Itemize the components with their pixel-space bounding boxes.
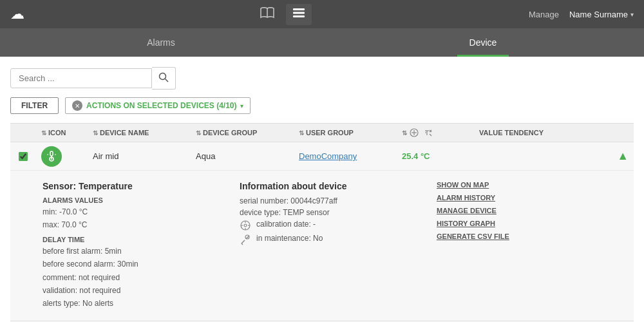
row-checkbox-cell [10,152,36,161]
comment-line: comment: not required [43,271,227,284]
alarms-values-label: ALARMS VALUES [43,196,227,204]
delay-time-label: DELAY TIME [43,236,227,243]
actions-label: ACTIONS ON SELECTED DEVICES (4/10) [86,101,236,110]
search-row [10,67,634,90]
list-icon-button[interactable] [286,4,312,25]
sort-icon-user: ⇅ [299,129,304,137]
svg-line-5 [166,79,169,82]
sensor-title: Sensor: Temperature [43,181,227,191]
tab-bar: Alarms Device [0,28,644,57]
book-icon-button[interactable] [254,3,281,26]
detail-expanded: Sensor: Temperature ALARMS VALUES min: -… [10,171,634,321]
calibration-icon [240,220,251,231]
alarm-max: max: 70.0 °C [43,218,227,231]
manage-link[interactable]: Manage [529,10,559,19]
maintenance-row: in maintenance: No [240,234,424,245]
clear-filter-icon[interactable]: ✕ [72,100,82,111]
device-icon [41,146,62,167]
col-checkbox [10,128,36,138]
nav-right: Manage Name Surname ▾ [529,10,634,19]
row-device-group: Aqua [191,151,294,161]
svg-rect-2 [293,12,305,14]
svg-point-4 [160,73,166,80]
show-on-map-button[interactable]: SHOW ON MAP [437,181,621,189]
before-second-alarm: before second alarm: 30min [43,258,227,270]
top-navigation: ☁ Manage Name Surname ▾ [0,0,644,28]
manage-device-button[interactable]: MANAGE DEVICE [437,207,621,214]
generate-csv-button[interactable]: GENERATE CSV FILE [437,232,621,240]
filter-row: FILTER ✕ ACTIONS ON SELECTED DEVICES (4/… [10,97,634,114]
col-user-group: ⇅ USER GROUP [294,128,397,138]
svg-rect-3 [293,15,305,17]
row-icon-cell [36,146,88,167]
validation-line: validation: not required [43,284,227,297]
row-value: 25.4 °C [397,151,474,161]
svg-rect-1 [293,8,305,10]
history-graph-button[interactable]: HISTORY GRAPH [437,220,621,227]
row-checkbox[interactable] [19,152,28,161]
maintenance-status: in maintenance: No [256,234,323,243]
col-device-name: ⇅ DEVICE NAME [88,128,191,138]
device-type: device type: TEMP sensor [240,208,424,217]
col-icon-label: ICON [48,129,66,137]
nav-left: ☁ [10,6,37,23]
trend-up-arrow: ▲ [617,149,629,163]
nav-center [254,3,312,26]
alarm-history-button[interactable]: ALARM HISTORY [437,194,621,202]
alarm-min: min: -70.0 °C [43,205,227,218]
svg-point-24 [244,224,247,227]
table-header: ⇅ ICON ⇅ DEVICE NAME ⇅ DEVICE GROUP ⇅ US… [10,123,634,142]
row-user-group[interactable]: DemoCompany [294,151,397,161]
calibration-date: calibration date: - [256,220,316,229]
col-device-name-label: DEVICE NAME [100,129,149,137]
sensor-detail: Sensor: Temperature ALARMS VALUES min: -… [43,181,227,310]
cloud-icon: ☁ [10,6,24,23]
action-links: SHOW ON MAP ALARM HISTORY MANAGE DEVICE … [437,181,621,310]
main-content: FILTER ✕ ACTIONS ON SELECTED DEVICES (4/… [0,57,644,322]
tab-device[interactable]: Device [322,28,644,57]
svg-rect-15 [50,151,53,156]
col-device-group: ⇅ DEVICE GROUP [191,128,294,138]
before-first-alarm: before first alarm: 5min [43,245,227,258]
sort-icon-name: ⇅ [93,129,98,137]
col-device-group-label: DEVICE GROUP [203,129,257,137]
svg-line-27 [242,243,243,245]
svg-line-25 [242,240,245,243]
user-name-area: Name Surname ▾ [569,10,634,19]
tab-alarms[interactable]: Alarms [0,28,322,57]
col-user-group-label: USER GROUP [306,129,354,137]
col-icon: ⇅ ICON [36,128,88,138]
device-info-detail: Information about device serial number: … [240,181,424,310]
col-value-tendency: VALUE TENDENCY [474,128,634,138]
sort-icon-extra: ⇅ [402,129,407,137]
user-name-label: Name Surname [569,10,628,19]
user-dropdown-arrow[interactable]: ▾ [630,11,634,18]
row-trend: ▲ [474,149,634,163]
sort-icon-group: ⇅ [196,129,201,137]
sort-icon-icon: ⇅ [41,129,46,137]
search-button[interactable] [152,67,176,90]
search-input[interactable] [10,68,152,88]
table-row: Air mid Aqua DemoCompany 25.4 °C ▲ [10,142,634,171]
info-title: Information about device [240,181,424,191]
row-device-name: Air mid [88,151,191,161]
calibration-row: calibration date: - [240,220,424,231]
table-container: ⇅ ICON ⇅ DEVICE NAME ⇅ DEVICE GROUP ⇅ US… [10,123,634,321]
col-extra: ⇅ [397,128,474,138]
serial-number: serial number: 00044c977aff [240,196,424,205]
actions-dropdown-arrow[interactable]: ▾ [240,102,243,109]
alerts-type-line: alerts type: No alerts [43,297,227,310]
filter-button[interactable]: FILTER [10,97,59,114]
svg-line-14 [430,134,431,136]
maintenance-icon [240,234,251,245]
